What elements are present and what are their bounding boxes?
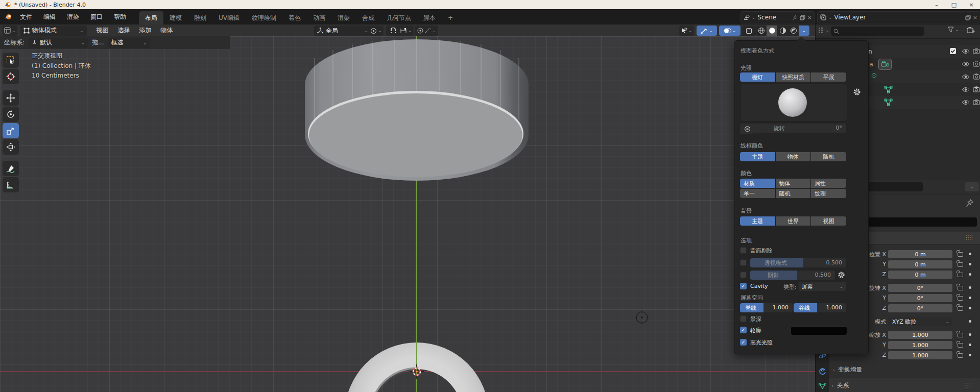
viewport-3d[interactable]: 正交顶视图 (1) Collection | 环体 10 Centimeters	[0, 36, 815, 392]
lock-icon[interactable]	[958, 333, 963, 337]
bg-viewport-button[interactable]: 视图	[811, 216, 846, 226]
ridge-slider[interactable]: 脊线 1.000	[740, 303, 793, 312]
tab-animation[interactable]: 动画	[307, 11, 331, 24]
studiolight-preview-box[interactable]	[740, 84, 847, 121]
blender-menu-icon[interactable]	[4, 13, 12, 20]
color-object-button[interactable]: 物体	[776, 179, 811, 188]
outliner-search-input[interactable]	[831, 27, 924, 36]
color-single-button[interactable]: 单一	[740, 189, 775, 198]
shading-material-button[interactable]	[777, 26, 788, 36]
studiolight-settings-gear-icon[interactable]	[853, 88, 861, 96]
tab-uv-editing[interactable]: UV编辑	[212, 11, 246, 24]
animate-dot[interactable]	[969, 273, 971, 276]
shading-options-dropdown[interactable]: ⌄	[799, 26, 809, 36]
add-workspace-button[interactable]: +	[442, 11, 459, 24]
disable-render-icon[interactable]	[973, 48, 980, 54]
menu-view[interactable]: 视图	[92, 26, 113, 35]
shading-solid-button[interactable]	[767, 26, 777, 36]
mode-dropdown[interactable]: 物体模式 ⌄	[20, 26, 87, 36]
shadow-intensity-slider[interactable]: 阴影 0.500	[750, 271, 835, 280]
pivot-point-dropdown[interactable]: ⌄	[369, 26, 384, 36]
xray-alpha-slider[interactable]: 透视模式 0.500	[750, 258, 846, 267]
color-material-button[interactable]: 材质	[740, 179, 775, 188]
transform-orientation-dropdown[interactable]: 全局 ⌄	[314, 26, 371, 36]
tool-select-box[interactable]	[3, 53, 19, 68]
menu-window[interactable]: 窗口	[85, 9, 108, 24]
view-layer-selector[interactable]: ⌄ ViewLayer ×	[817, 11, 980, 23]
lock-icon[interactable]	[958, 353, 963, 358]
tool-cursor[interactable]	[3, 69, 19, 84]
color-attribute-button[interactable]: 属性	[811, 179, 846, 188]
minimize-button[interactable]: –	[928, 0, 945, 9]
lock-icon[interactable]	[958, 252, 963, 257]
lock-icon[interactable]	[958, 306, 963, 311]
editor-type-selector[interactable]: ⌄	[3, 26, 17, 36]
hide-eye-icon[interactable]	[962, 100, 970, 105]
close-button[interactable]: ×	[963, 0, 980, 9]
unlink-scene-icon[interactable]: ×	[807, 14, 812, 21]
xray-checkbox[interactable]	[740, 259, 747, 266]
rotation-z-field[interactable]: 0°	[888, 304, 952, 312]
disable-render-icon[interactable]	[973, 74, 980, 80]
bg-world-button[interactable]: 世界	[776, 216, 811, 226]
lighting-flat-button[interactable]: 平展	[811, 72, 846, 82]
animate-dot[interactable]	[969, 253, 971, 255]
cavity-type-dropdown[interactable]: 屏幕⌄	[799, 282, 846, 291]
studiolight-sphere[interactable]	[778, 88, 807, 117]
new-view-layer-icon[interactable]	[965, 15, 971, 20]
animate-dot[interactable]	[969, 354, 971, 356]
shading-wireframe-button[interactable]	[756, 26, 767, 36]
lock-icon[interactable]	[958, 262, 963, 267]
location-z-field[interactable]: 0 m	[888, 271, 952, 279]
section-transform-delta[interactable]: ›变换增量	[833, 365, 863, 374]
hide-eye-icon[interactable]	[962, 61, 970, 67]
cavity-checkbox[interactable]: ✓	[740, 283, 747, 289]
animate-dot[interactable]	[969, 333, 971, 336]
drag-mode-dropdown[interactable]: 框选 ⌄	[108, 38, 150, 48]
disable-render-icon[interactable]	[973, 99, 980, 105]
show-overlays-toggle[interactable]: ⌄	[719, 26, 740, 36]
tool-move[interactable]	[3, 90, 19, 106]
pin-id-icon[interactable]	[966, 199, 973, 207]
wire-random-button[interactable]: 随机	[811, 152, 846, 161]
object-visibility-dropdown[interactable]: ⌄	[679, 26, 694, 36]
tool-scale[interactable]	[3, 123, 19, 138]
shadow-settings-gear-icon[interactable]	[838, 271, 845, 279]
exclude-checkbox[interactable]	[949, 47, 957, 55]
tab-constraints-icon[interactable]	[819, 368, 826, 375]
studiolight-rotation-slider[interactable]: 旋转 0°	[752, 124, 846, 133]
menu-file[interactable]: 文件	[14, 9, 38, 24]
scale-z-field[interactable]: 1.000	[888, 351, 952, 359]
wire-object-button[interactable]: 物体	[776, 152, 811, 161]
menu-render[interactable]: 渲染	[61, 9, 85, 24]
proportional-editing-toggle[interactable]: ⌄	[415, 26, 438, 36]
disable-render-icon[interactable]	[973, 86, 980, 92]
outline-color-swatch[interactable]	[791, 326, 847, 335]
disable-render-icon[interactable]	[973, 61, 980, 67]
torus-object[interactable]	[334, 332, 500, 392]
color-random-button[interactable]: 随机	[776, 189, 811, 198]
lock-icon[interactable]	[958, 343, 963, 348]
location-x-field[interactable]: 0 m	[888, 250, 952, 258]
tab-rendering[interactable]: 渲染	[331, 11, 356, 24]
shading-rendered-button[interactable]	[788, 26, 799, 36]
lock-icon[interactable]	[958, 273, 963, 277]
maximize-button[interactable]: □	[945, 0, 963, 9]
pin-icon[interactable]	[793, 15, 798, 20]
tab-geometry-nodes[interactable]: 几何节点	[380, 11, 417, 24]
tab-shading[interactable]: 着色	[282, 11, 307, 24]
scale-y-field[interactable]: 1.000	[888, 341, 952, 349]
animate-dot[interactable]	[969, 307, 971, 309]
cylinder-object[interactable]	[303, 38, 530, 184]
tab-sculpting[interactable]: 雕刻	[188, 11, 212, 24]
tab-object-data-icon[interactable]	[819, 383, 826, 390]
outline-checkbox[interactable]: ✓	[740, 327, 747, 333]
rotation-x-field[interactable]: 0°	[888, 284, 952, 292]
valley-slider[interactable]: 谷线 1.000	[794, 303, 846, 312]
shadow-checkbox[interactable]	[740, 272, 747, 278]
location-y-field[interactable]: 0 m	[888, 260, 952, 268]
menu-add[interactable]: 添加	[135, 26, 156, 35]
outliner-filter-dropdown[interactable]: ⌄	[947, 27, 959, 33]
tab-texture-paint[interactable]: 纹理绘制	[246, 11, 282, 24]
rotation-mode-dropdown[interactable]: XYZ 欧拉⌄	[888, 317, 952, 326]
